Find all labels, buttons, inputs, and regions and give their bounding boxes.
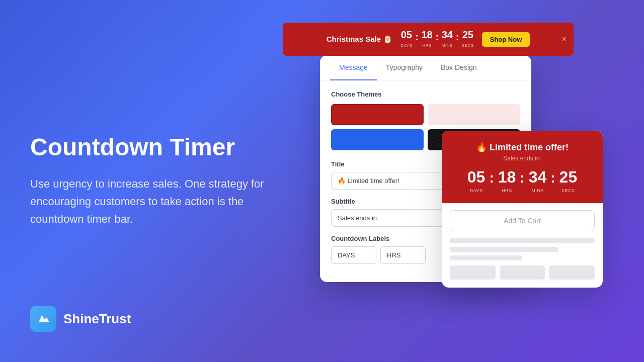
banner-countdown: 05 DAYS : 18 HRS : 34 MINS : 25 SECS	[400, 30, 474, 49]
preview-skeleton	[450, 238, 595, 260]
preview-days-label: DAYS	[470, 188, 483, 193]
banner-days-num: 05	[400, 30, 412, 40]
shop-now-button[interactable]: Shop Now	[482, 32, 530, 47]
skeleton-btn-1	[450, 265, 496, 280]
tab-box-design[interactable]: Box Design	[432, 55, 486, 80]
banner-mins-num: 34	[442, 30, 453, 40]
banner-mins-unit: 34 MINS	[442, 30, 453, 49]
skeleton-line-3	[450, 255, 522, 260]
banner-days-unit: 05 DAYS	[400, 30, 412, 49]
preview-days-num: 05	[467, 169, 486, 185]
themes-label: Choose Themes	[331, 90, 520, 98]
banner-mins-label: MINS	[442, 43, 453, 48]
brand-logo	[30, 306, 56, 332]
brand-name: ShineTrust	[63, 311, 131, 327]
banner-close-button[interactable]: ×	[562, 35, 567, 44]
preview-hrs-num: 18	[498, 169, 516, 185]
banner-hrs-label: HRS	[422, 43, 431, 48]
banner-title: Christmas Sale 🎅	[327, 35, 393, 44]
banner-hrs-num: 18	[421, 30, 432, 40]
preview-mins-label: MINS	[531, 188, 544, 193]
banner-secs-label: SECS	[462, 43, 474, 48]
preview-secs-label: SECS	[561, 188, 575, 193]
skeleton-line-2	[450, 247, 558, 252]
theme-blue[interactable]	[331, 129, 424, 150]
preview-secs-num: 25	[559, 169, 578, 185]
skeleton-line-1	[450, 238, 595, 243]
brand: ShineTrust	[30, 306, 131, 332]
theme-pink[interactable]	[428, 104, 520, 125]
label-days-input[interactable]	[331, 246, 376, 264]
preview-hrs-unit: 18 HRS	[498, 169, 516, 194]
banner-hrs-unit: 18 HRS	[421, 30, 432, 49]
banner-days-label: DAYS	[400, 43, 412, 48]
theme-red[interactable]	[331, 104, 424, 125]
add-to-cart-button[interactable]: Add To Cart	[450, 210, 595, 231]
preview-hrs-label: HRS	[502, 188, 512, 193]
preview-colon-2: :	[520, 170, 524, 186]
preview-days-unit: 05 DAYS	[467, 169, 486, 194]
preview-timer-box: 🔥 Limited time offer! Sales ends in: 05 …	[442, 131, 603, 203]
preview-secs-unit: 25 SECS	[559, 169, 578, 194]
label-hrs-input[interactable]	[380, 246, 426, 264]
banner-colon-2: :	[436, 32, 439, 43]
preview-bottom-row	[450, 265, 595, 280]
preview-mins-unit: 34 MINS	[529, 169, 547, 194]
preview-colon-3: :	[550, 170, 555, 186]
preview-card: 🔥 Limited time offer! Sales ends in: 05 …	[442, 131, 603, 288]
tab-typography[interactable]: Typography	[377, 55, 432, 80]
panel-tabs: Message Typography Box Design	[320, 55, 531, 80]
banner-secs-num: 25	[462, 30, 474, 40]
preview-colon-1: :	[489, 170, 494, 186]
banner-colon-1: :	[415, 32, 418, 43]
page-description: Use urgency to increase sales. One strat…	[30, 175, 272, 228]
skeleton-btn-3	[549, 265, 595, 280]
tab-message[interactable]: Message	[330, 55, 377, 80]
preview-countdown: 05 DAYS : 18 HRS : 34 MINS : 25 SECS	[452, 169, 593, 194]
skeleton-btn-2	[500, 265, 545, 280]
banner-secs-unit: 25 SECS	[462, 30, 474, 49]
preview-mins-num: 34	[529, 169, 547, 185]
preview-timer-subtitle: Sales ends in:	[452, 155, 593, 162]
left-section: Countdown Timer Use urgency to increase …	[30, 134, 272, 228]
promo-banner: Christmas Sale 🎅 05 DAYS : 18 HRS : 34 M…	[283, 23, 574, 56]
banner-colon-3: :	[456, 32, 459, 43]
preview-timer-title: 🔥 Limited time offer!	[452, 142, 593, 153]
page-title: Countdown Timer	[30, 134, 272, 161]
